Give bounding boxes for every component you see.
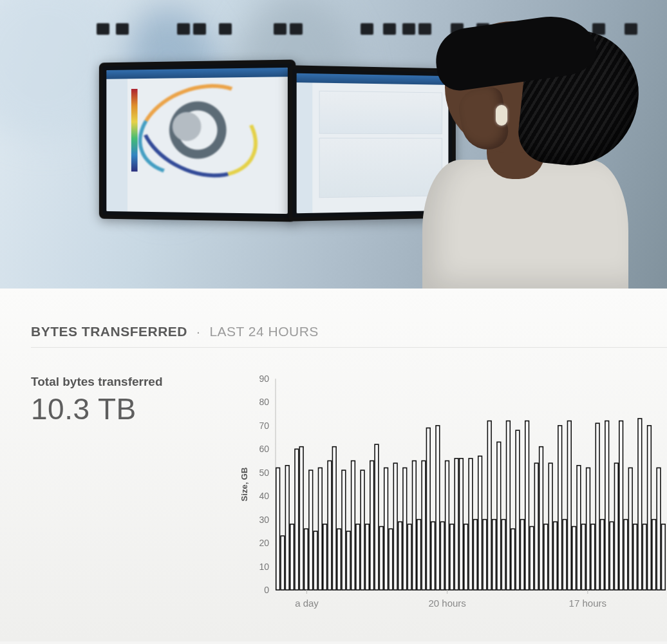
svg-rect-44 (375, 444, 379, 590)
kpi-block: Total bytes transferred 10.3 TB (31, 375, 237, 426)
svg-rect-63 (464, 524, 468, 590)
svg-rect-62 (460, 459, 464, 590)
svg-rect-23 (276, 468, 280, 590)
svg-rect-39 (352, 461, 355, 590)
svg-rect-24 (281, 536, 285, 590)
svg-rect-38 (346, 531, 350, 590)
svg-text:10: 10 (259, 562, 269, 572)
svg-text:80: 80 (259, 397, 269, 407)
svg-rect-98 (628, 468, 632, 590)
svg-rect-77 (530, 527, 534, 590)
bytes-chart-svg: 0102030405060708090Size, GBa day20 hours… (237, 375, 667, 626)
svg-rect-87 (577, 466, 581, 590)
svg-rect-99 (634, 524, 637, 590)
svg-rect-102 (648, 426, 652, 590)
svg-rect-103 (652, 520, 656, 590)
kpi-label: Total bytes transferred (31, 375, 237, 389)
svg-rect-48 (393, 463, 397, 590)
svg-rect-40 (356, 524, 360, 590)
svg-rect-52 (413, 461, 417, 590)
svg-rect-60 (450, 524, 454, 590)
svg-text:0: 0 (264, 585, 269, 595)
svg-text:Size, GB: Size, GB (240, 468, 249, 502)
svg-rect-59 (446, 461, 449, 590)
svg-rect-46 (384, 468, 388, 590)
svg-rect-56 (431, 522, 435, 590)
svg-text:90: 90 (259, 375, 269, 384)
svg-text:70: 70 (259, 421, 269, 431)
svg-rect-27 (295, 449, 299, 590)
svg-rect-72 (507, 421, 511, 590)
svg-rect-49 (399, 522, 402, 590)
svg-rect-28 (299, 447, 303, 590)
svg-rect-86 (572, 527, 576, 590)
svg-rect-91 (596, 423, 599, 590)
svg-rect-100 (638, 419, 642, 590)
svg-rect-51 (408, 524, 411, 590)
svg-rect-80 (544, 524, 548, 590)
svg-rect-41 (361, 470, 364, 590)
panel-divider (31, 347, 667, 348)
svg-rect-68 (487, 421, 491, 590)
svg-rect-88 (581, 524, 585, 590)
svg-rect-104 (657, 468, 661, 590)
bytes-chart: 0102030405060708090Size, GBa day20 hours… (237, 375, 667, 626)
svg-rect-54 (422, 461, 426, 590)
svg-text:30: 30 (259, 515, 269, 525)
svg-text:20 hours: 20 hours (428, 598, 465, 609)
svg-rect-32 (319, 468, 323, 590)
svg-rect-96 (619, 421, 623, 590)
svg-rect-101 (643, 524, 646, 590)
svg-rect-26 (290, 524, 294, 590)
svg-rect-83 (558, 426, 562, 590)
svg-rect-36 (337, 529, 341, 590)
svg-rect-57 (436, 426, 440, 590)
bytes-transferred-panel: BYTES TRANSFERRED · LAST 24 HOURS Total … (0, 289, 667, 641)
panel-header: BYTES TRANSFERRED · LAST 24 HOURS (31, 324, 667, 339)
svg-rect-55 (426, 428, 430, 590)
svg-text:a day: a day (295, 598, 319, 609)
svg-rect-84 (563, 520, 567, 590)
svg-rect-58 (440, 522, 444, 590)
svg-text:50: 50 (259, 468, 269, 478)
svg-rect-50 (403, 468, 407, 590)
svg-rect-70 (497, 442, 501, 590)
svg-rect-97 (624, 520, 628, 590)
svg-rect-79 (540, 447, 543, 590)
svg-rect-61 (455, 459, 458, 590)
svg-rect-42 (366, 524, 370, 590)
svg-rect-65 (473, 520, 477, 590)
svg-rect-76 (525, 421, 529, 590)
svg-rect-75 (520, 520, 524, 590)
svg-rect-82 (554, 522, 558, 590)
svg-rect-53 (417, 520, 421, 590)
svg-rect-105 (662, 524, 666, 590)
svg-rect-94 (610, 522, 614, 590)
svg-text:20: 20 (259, 538, 269, 548)
svg-rect-25 (285, 466, 289, 590)
panel-separator: · (196, 324, 200, 339)
kpi-value: 10.3 TB (31, 392, 237, 426)
svg-rect-69 (493, 520, 496, 590)
hero-image (0, 0, 667, 289)
panel-title: BYTES TRANSFERRED (31, 324, 187, 339)
svg-rect-43 (370, 461, 374, 590)
svg-rect-47 (389, 529, 393, 590)
svg-text:40: 40 (259, 491, 269, 501)
svg-rect-64 (469, 459, 473, 590)
svg-rect-45 (379, 527, 383, 590)
svg-rect-34 (328, 461, 332, 590)
svg-rect-31 (314, 531, 317, 590)
svg-rect-93 (605, 421, 609, 590)
svg-rect-74 (516, 430, 520, 590)
svg-rect-92 (601, 520, 605, 590)
svg-rect-73 (511, 529, 515, 590)
svg-rect-89 (587, 468, 590, 590)
svg-text:17 hours: 17 hours (569, 598, 606, 609)
svg-rect-90 (591, 524, 595, 590)
svg-rect-67 (483, 520, 487, 590)
svg-rect-33 (323, 524, 327, 590)
svg-rect-29 (305, 529, 308, 590)
svg-rect-85 (567, 421, 571, 590)
svg-text:60: 60 (259, 444, 269, 454)
